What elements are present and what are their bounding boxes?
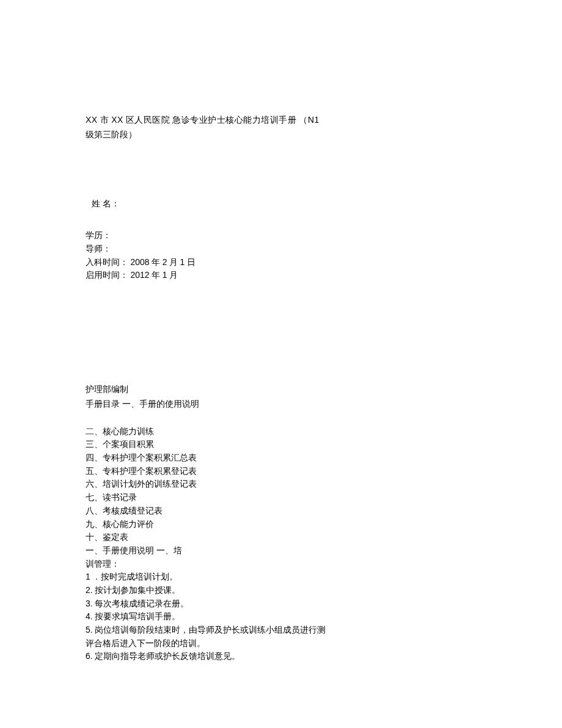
- entry-month-suffix: 月: [167, 258, 180, 267]
- toc-title: 手册目录 一、手册的使用说明: [86, 398, 476, 411]
- title-mid-2: 区人民医院 急诊专业护士核心能力培训手册 （: [123, 115, 308, 125]
- rule-6: 6. 定期向指导老师或护长反馈培训意见。: [86, 650, 476, 663]
- rule-2: 2. 按计划参加集中授课。: [86, 584, 476, 597]
- education-field: 学历：: [86, 229, 476, 242]
- toc-item-7: 七、读书记录: [86, 491, 476, 504]
- entry-label: 入科时间：: [86, 258, 131, 267]
- publisher: 护理部编制: [86, 383, 476, 396]
- rule-4: 4. 按要求填写培训手册。: [86, 610, 476, 624]
- rule-6-text: 定期向指导老师或护长反馈培训意见。: [93, 652, 241, 661]
- title-line-1: XX 市 XX 区人民医院 急诊专业护士核心能力培训手册 （N1: [86, 113, 476, 127]
- rule-1-text: ．按时完成培训计划。: [90, 572, 178, 581]
- toc-item-2: 二、核心能力训练: [86, 425, 476, 439]
- rule-5: 5. 岗位培训每阶段结束时，由导师及护长或训练小组成员进行测: [86, 624, 476, 637]
- content-list: 二、核心能力训练 三、个案项目积累 四、专科护理个案积累汇总表 五、专科护理个案…: [86, 425, 476, 663]
- rule-5-num: 5.: [86, 625, 93, 635]
- title-prefix-1: XX: [86, 115, 98, 125]
- title-mid-1: 市: [98, 115, 112, 125]
- start-label: 启用时间：: [86, 271, 131, 280]
- entry-year-suffix: 年: [150, 258, 162, 267]
- title-suffix: N1: [308, 115, 319, 125]
- rule-3: 3. 每次考核成绩记录在册。: [86, 597, 476, 611]
- title-prefix-2: XX: [111, 115, 123, 125]
- start-month-suffix: 月: [167, 271, 178, 280]
- rule-2-text: 按计划参加集中授课。: [93, 586, 181, 595]
- toc-item-3: 三、个案项目积累: [86, 438, 476, 451]
- rule-3-num: 3.: [86, 599, 93, 608]
- entry-day-suffix: 日: [184, 258, 195, 267]
- section-1-heading-cont: 训管理：: [86, 558, 476, 571]
- toc-item-10: 十、鉴定表: [86, 531, 476, 544]
- rule-4-num: 4.: [86, 611, 93, 621]
- rule-4-text: 按要求填写培训手册。: [93, 612, 181, 621]
- toc-item-4: 四、专科护理个案积累汇总表: [86, 451, 476, 465]
- rule-6-num: 6.: [86, 651, 93, 661]
- start-year-suffix: 年: [150, 271, 162, 280]
- mentor-field: 导师：: [86, 242, 476, 256]
- toc-section: 手册目录 一、手册的使用说明: [86, 398, 476, 411]
- rule-5-cont: 评合格后进入下一阶段的培训。: [86, 637, 476, 650]
- toc-item-6: 六、培训计划外的训练登记表: [86, 478, 476, 491]
- rule-3-text: 每次考核成绩记录在册。: [93, 599, 189, 608]
- toc-item-9: 九、核心能力评价: [86, 518, 476, 531]
- section-1-heading: 一、手册使用说明 一、培: [86, 544, 476, 558]
- rule-1: 1 ．按时完成培训计划。: [86, 570, 476, 584]
- name-field: 姓 名：: [86, 197, 476, 211]
- rule-5-text: 岗位培训每阶段结束时，由导师及护长或训练小组成员进行测: [93, 625, 326, 635]
- rule-1-num: 1: [86, 572, 90, 581]
- start-year: 2012: [131, 270, 150, 280]
- rule-2-num: 2.: [86, 585, 93, 595]
- title-line-2: 级第三阶段）: [86, 128, 476, 142]
- toc-item-5: 五、专科护理个案积累登记表: [86, 465, 476, 478]
- toc-item-8: 八、考核成绩登记表: [86, 504, 476, 518]
- entry-year: 2008: [131, 257, 150, 267]
- start-date-field: 启用时间： 2012 年 1 月: [86, 269, 476, 282]
- name-label: 姓 名：: [92, 199, 120, 208]
- document-title: XX 市 XX 区人民医院 急诊专业护士核心能力培训手册 （N1 级第三阶段）: [86, 113, 476, 142]
- entry-date-field: 入科时间： 2008 年 2 月 1 日: [86, 256, 476, 269]
- info-section: 学历： 导师： 入科时间： 2008 年 2 月 1 日 启用时间： 2012 …: [86, 229, 476, 282]
